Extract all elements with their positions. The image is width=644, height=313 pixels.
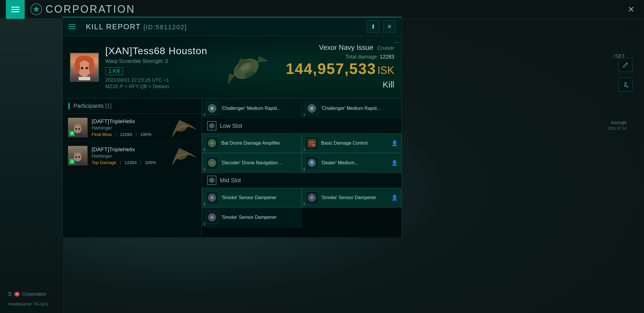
- total-damage-value: 12283: [380, 54, 394, 60]
- three-dots-menu[interactable]: ···: [394, 39, 399, 46]
- low-slot-items: 1 Bat Drone Damage Amplifier: [202, 133, 401, 173]
- participant-avatar-1: ★: [68, 118, 88, 137]
- kill-type-badge: Kill: [286, 80, 394, 90]
- zoom-button[interactable]: Z ⚙: [618, 78, 632, 92]
- mid-slot-item-name-3: 'Smoke' Sensor Dampener: [221, 215, 298, 220]
- participant-item-2[interactable]: ★ [DAFT]TripleHelix Harbinger Top Damage…: [63, 142, 202, 170]
- participants-column: Participants [1] ★: [63, 99, 202, 238]
- corp-logo: [30, 3, 42, 15]
- main-menu-button[interactable]: [6, 0, 25, 19]
- panel-header: KILL REPORT [ID:5811202] ⬆ ✕: [63, 17, 401, 36]
- participant-item[interactable]: ★ [DAFT]TripleHelix Harbinger Final Blow…: [63, 114, 202, 142]
- top-items-grid: 1 'Challenger' Medium Rapid... 1: [202, 99, 401, 118]
- mid-slot-item-3[interactable]: 1 'Smoke' Sensor Dampener: [202, 208, 302, 227]
- svg-point-18: [78, 128, 80, 130]
- isk-value: 144,957,533: [286, 60, 376, 77]
- bat-drone-icon: [206, 137, 218, 150]
- challenger-icon-2: [305, 102, 318, 115]
- svg-text:⚙: ⚙: [627, 86, 628, 88]
- participant-name-1: [DAFT]TripleHelix: [92, 118, 163, 125]
- edit-icon: [622, 62, 629, 68]
- floating-label: Sniongle: [611, 120, 627, 125]
- low-slot-item-2[interactable]: 1 ! Basic Damage Control 👤: [302, 133, 401, 153]
- svg-rect-47: [309, 141, 314, 143]
- svg-point-3: [81, 67, 83, 69]
- mid-slot-label: Mid Slot: [220, 177, 241, 184]
- victim-avatar: [70, 53, 99, 82]
- low-slot-item-name-4: 'Dealer' Medium...: [321, 160, 388, 165]
- participant-avatar-2: ★: [68, 146, 88, 165]
- person-icon-2: 👤: [391, 160, 398, 166]
- corp-title: CORPORATION: [46, 3, 135, 15]
- participant-damage-1: 12283: [120, 132, 132, 137]
- victim-info: [XAN]Tess68 Houston Warp Scramble Streng…: [105, 45, 207, 90]
- svg-rect-28: [74, 161, 82, 164]
- low-slot-item-3[interactable]: 1 'Decoder' Drone Navigation ...: [202, 153, 302, 173]
- dealer-medium-icon: [305, 156, 318, 169]
- participant-percent-2: 100%: [145, 160, 156, 165]
- top-damage-label: Top Damage: [92, 160, 116, 165]
- participant-info-2: [DAFT]TripleHelix Harbinger Top Damage |…: [92, 146, 163, 165]
- mid-slot-icon: [207, 176, 216, 185]
- svg-point-4: [86, 67, 88, 69]
- victim-warp-scramble: Warp Scramble Strength: 0: [105, 58, 207, 64]
- svg-point-6: [89, 61, 95, 74]
- participants-label: Participants: [73, 103, 104, 109]
- export-button[interactable]: ⬆: [367, 20, 379, 33]
- smoke-dampener-icon-1: [206, 191, 218, 204]
- panel-id: [ID:5811202]: [143, 23, 187, 31]
- participant-stats-2: Top Damage | 12283 | 100%: [92, 160, 163, 165]
- top-bar: CORPORATION ✕: [0, 0, 644, 19]
- kill-header-section: [XAN]Tess68 Houston Warp Scramble Streng…: [63, 36, 401, 99]
- low-slot-item-1[interactable]: 1 Bat Drone Damage Amplifier: [202, 133, 302, 153]
- svg-point-27: [78, 156, 80, 158]
- top-item-name-2: 'Challenger' Medium Rapid...: [321, 106, 398, 111]
- mid-slot-item-1[interactable]: 1 'Smoke' Sensor Dampener: [202, 188, 302, 208]
- svg-point-67: [211, 216, 213, 219]
- svg-rect-48: [309, 143, 313, 145]
- kill-stats-right: Vexor Navy Issue Cruiser Total damage: 1…: [286, 43, 394, 90]
- svg-point-26: [75, 156, 77, 158]
- svg-rect-7: [79, 77, 90, 80]
- svg-point-58: [211, 179, 213, 181]
- svg-point-53: [211, 161, 214, 164]
- participant-percent-1: 100%: [140, 132, 151, 137]
- svg-point-5: [74, 61, 80, 74]
- sidebar-bottom: ☰ 4 Corporation Headquarter 7G-QIG: [0, 285, 61, 313]
- basic-damage-control-icon: !: [305, 137, 318, 150]
- export-icon: ⬆: [371, 23, 376, 30]
- ship-image-area: [202, 36, 289, 99]
- top-item-name-1: 'Challenger' Medium Rapid...: [221, 106, 298, 111]
- isk-label: ISK: [377, 64, 394, 76]
- low-slot-item-4[interactable]: 1 'Dealer' Medium... 👤: [302, 153, 401, 173]
- svg-point-56: [310, 161, 313, 163]
- svg-point-16: [74, 125, 82, 133]
- top-item-2[interactable]: 1 'Challenger' Medium Rapid...: [302, 99, 401, 118]
- floating-date: 2021.07.14: [608, 126, 627, 130]
- items-scroll: 1 'Challenger' Medium Rapid... 1: [202, 99, 401, 227]
- star-icon: [33, 6, 40, 13]
- hamburger-icon: [11, 7, 19, 12]
- participant-star-2: ★: [69, 159, 75, 164]
- participant-ship-img-2: [167, 146, 196, 165]
- total-damage-label: Total damage: 12283: [286, 54, 394, 60]
- svg-point-38: [311, 107, 313, 110]
- sidebar-hamburger-item[interactable]: ☰ 4 Corporation: [4, 289, 57, 299]
- participant-damage-2: 12283: [124, 160, 137, 165]
- top-item-1[interactable]: 1 'Challenger' Medium Rapid...: [202, 99, 302, 118]
- low-slot-label: Low Slot: [220, 123, 242, 129]
- panel-close-button[interactable]: ✕: [383, 20, 396, 33]
- svg-text:!: !: [313, 144, 314, 146]
- participants-count: [1]: [105, 103, 112, 109]
- panel-menu-button[interactable]: [68, 21, 80, 32]
- mid-slot-item-2[interactable]: 1 'Smoke' Sensor Dampener 👤: [302, 188, 401, 208]
- svg-point-61: [211, 196, 213, 199]
- main-close-button[interactable]: ✕: [624, 2, 638, 17]
- participant-ship-2: Harbinger: [92, 154, 163, 159]
- sidebar-background: [0, 0, 64, 313]
- edit-button[interactable]: [618, 58, 632, 72]
- items-column: 1 'Challenger' Medium Rapid... 1: [202, 99, 401, 238]
- svg-marker-0: [33, 6, 39, 12]
- victim-face-svg: [71, 54, 97, 80]
- ship-svg: [214, 41, 277, 94]
